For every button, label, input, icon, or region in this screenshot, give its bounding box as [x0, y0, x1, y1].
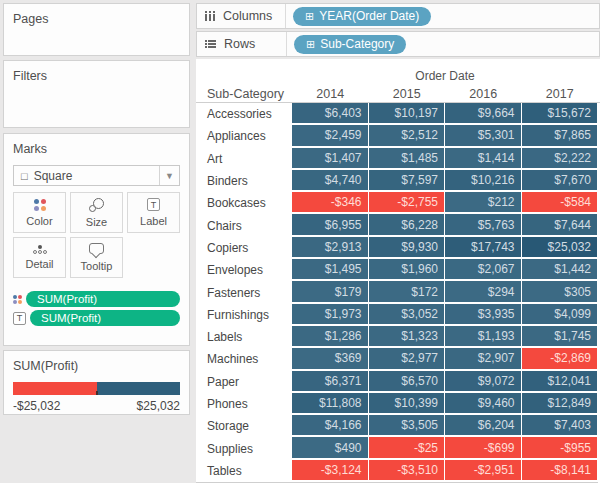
profit-cell[interactable]: -$584 — [522, 192, 599, 214]
profit-cell[interactable]: $7,865 — [522, 125, 599, 147]
profit-cell[interactable]: $6,204 — [445, 415, 522, 437]
profit-cell[interactable]: $6,403 — [292, 103, 369, 125]
profit-cell[interactable]: $1,442 — [522, 259, 599, 281]
detail-button[interactable]: Detail — [13, 237, 66, 278]
profit-cell[interactable]: $2,512 — [369, 125, 446, 147]
profit-cell[interactable]: $12,041 — [522, 371, 599, 393]
profit-cell[interactable]: $10,216 — [445, 170, 522, 192]
profit-cell[interactable]: $3,505 — [369, 415, 446, 437]
pill-sub-category[interactable]: ⊞ Sub-Category — [294, 35, 406, 54]
row-field-caption[interactable]: Sub-Category — [196, 87, 292, 101]
row-header[interactable]: Storage — [196, 415, 292, 437]
row-header[interactable]: Art — [196, 148, 292, 170]
column-header-2015[interactable]: 2015 — [369, 87, 446, 101]
profit-cell[interactable]: $6,228 — [369, 214, 446, 236]
profit-cell[interactable]: $7,403 — [522, 415, 599, 437]
profit-cell[interactable]: $2,067 — [445, 259, 522, 281]
profit-cell[interactable]: $9,930 — [369, 237, 446, 259]
profit-cell[interactable]: -$2,869 — [522, 348, 599, 370]
profit-cell[interactable]: $9,460 — [445, 393, 522, 415]
filters-shelf[interactable]: Filters — [3, 60, 190, 128]
profit-cell[interactable]: -$955 — [522, 437, 599, 459]
row-header[interactable]: Phones — [196, 393, 292, 415]
profit-cell[interactable]: $15,672 — [522, 103, 599, 125]
row-header[interactable]: Appliances — [196, 125, 292, 147]
profit-cell[interactable]: -$2,755 — [369, 192, 446, 214]
row-header[interactable]: Paper — [196, 371, 292, 393]
chevron-down-icon[interactable]: ▼ — [159, 166, 179, 185]
profit-cell[interactable]: $2,907 — [445, 348, 522, 370]
label-button[interactable]: T Label — [127, 192, 180, 233]
row-header[interactable]: Supplies — [196, 437, 292, 459]
profit-cell[interactable]: $1,960 — [369, 259, 446, 281]
profit-cell[interactable]: $1,485 — [369, 148, 446, 170]
profit-cell[interactable]: $2,977 — [369, 348, 446, 370]
profit-cell[interactable]: $4,740 — [292, 170, 369, 192]
profit-cell[interactable]: -$699 — [445, 437, 522, 459]
profit-cell[interactable]: $3,052 — [369, 304, 446, 326]
column-field-caption[interactable]: Order Date — [292, 69, 598, 83]
profit-cell[interactable]: -$3,124 — [292, 460, 369, 482]
row-header[interactable]: Machines — [196, 348, 292, 370]
row-header[interactable]: Tables — [196, 460, 292, 482]
profit-cell[interactable]: $1,745 — [522, 326, 599, 348]
profit-cell[interactable]: $1,193 — [445, 326, 522, 348]
pages-shelf[interactable]: Pages — [3, 3, 190, 56]
profit-cell[interactable]: $11,808 — [292, 393, 369, 415]
profit-cell[interactable]: -$346 — [292, 192, 369, 214]
profit-cell[interactable]: $1,286 — [292, 326, 369, 348]
profit-cell[interactable]: $6,955 — [292, 214, 369, 236]
profit-cell[interactable]: $1,407 — [292, 148, 369, 170]
column-header-2014[interactable]: 2014 — [292, 87, 369, 101]
row-header[interactable]: Binders — [196, 170, 292, 192]
profit-cell[interactable]: $294 — [445, 281, 522, 303]
row-header[interactable]: Furnishings — [196, 304, 292, 326]
profit-cell[interactable]: $5,301 — [445, 125, 522, 147]
profit-cell[interactable]: -$25 — [369, 437, 446, 459]
row-header[interactable]: Fasteners — [196, 281, 292, 303]
profit-cell[interactable]: -$2,951 — [445, 460, 522, 482]
profit-cell[interactable]: $1,323 — [369, 326, 446, 348]
profit-cell[interactable]: $9,072 — [445, 371, 522, 393]
profit-cell[interactable]: $5,763 — [445, 214, 522, 236]
profit-cell[interactable]: $179 — [292, 281, 369, 303]
profit-cell[interactable]: $9,664 — [445, 103, 522, 125]
profit-cell[interactable]: $7,670 — [522, 170, 599, 192]
row-header[interactable]: Chairs — [196, 214, 292, 236]
profit-cell[interactable]: $4,166 — [292, 415, 369, 437]
profit-cell[interactable]: $490 — [292, 437, 369, 459]
profit-cell[interactable]: $2,222 — [522, 148, 599, 170]
row-header[interactable]: Labels — [196, 326, 292, 348]
profit-cell[interactable]: $212 — [445, 192, 522, 214]
profit-cell[interactable]: $4,099 — [522, 304, 599, 326]
profit-cell[interactable]: $2,459 — [292, 125, 369, 147]
profit-cell[interactable]: $10,197 — [369, 103, 446, 125]
profit-cell[interactable]: $3,935 — [445, 304, 522, 326]
row-header[interactable]: Envelopes — [196, 259, 292, 281]
column-header-2017[interactable]: 2017 — [522, 87, 599, 101]
profit-cell[interactable]: $17,743 — [445, 237, 522, 259]
profit-cell[interactable]: -$3,510 — [369, 460, 446, 482]
profit-cell[interactable]: $1,495 — [292, 259, 369, 281]
color-legend-ramp[interactable] — [13, 382, 180, 395]
profit-cell[interactable]: $172 — [369, 281, 446, 303]
profit-cell[interactable]: $6,371 — [292, 371, 369, 393]
mark-type-dropdown[interactable]: □ Square ▼ — [13, 165, 180, 186]
profit-cell[interactable]: $1,973 — [292, 304, 369, 326]
color-button[interactable]: Color — [13, 192, 66, 233]
label-pill-sum-profit[interactable]: SUM(Profit) — [30, 310, 180, 326]
profit-cell[interactable]: $25,032 — [522, 237, 599, 259]
column-header-2016[interactable]: 2016 — [445, 87, 522, 101]
profit-cell[interactable]: -$8,141 — [522, 460, 599, 482]
profit-cell[interactable]: $7,644 — [522, 214, 599, 236]
profit-cell[interactable]: $305 — [522, 281, 599, 303]
size-button[interactable]: Size — [70, 192, 123, 233]
profit-cell[interactable]: $369 — [292, 348, 369, 370]
profit-cell[interactable]: $10,399 — [369, 393, 446, 415]
rows-shelf[interactable]: Rows ⊞ Sub-Category — [196, 31, 600, 57]
profit-cell[interactable]: $1,414 — [445, 148, 522, 170]
pill-year-order-date[interactable]: ⊞ YEAR(Order Date) — [293, 7, 431, 26]
profit-cell[interactable]: $12,849 — [522, 393, 599, 415]
row-header[interactable]: Bookcases — [196, 192, 292, 214]
row-header[interactable]: Copiers — [196, 237, 292, 259]
